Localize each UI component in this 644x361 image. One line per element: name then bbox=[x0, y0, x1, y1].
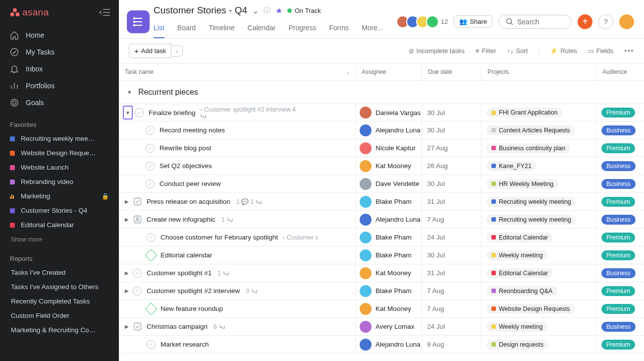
section-header[interactable]: ▼ Recurrent pieces bbox=[119, 81, 644, 104]
complete-toggle[interactable] bbox=[145, 249, 157, 261]
tab-forms[interactable]: Forms bbox=[329, 20, 349, 38]
audience-pill[interactable]: Business bbox=[601, 161, 636, 171]
fields-button[interactable]: ▭Fields bbox=[588, 47, 614, 55]
complete-toggle[interactable]: ✓ bbox=[147, 340, 156, 349]
task-row[interactable]: New feature roundupKat Mooney7 AugWebsit… bbox=[119, 300, 644, 318]
add-task-dropdown[interactable]: ⌄ bbox=[171, 45, 183, 57]
task-row[interactable]: ▶✓Customer spotlight #2 interview3 Blake… bbox=[119, 282, 644, 300]
audience-pill[interactable]: Premium bbox=[601, 304, 635, 314]
project-icon[interactable] bbox=[127, 10, 150, 33]
chevron-down-icon[interactable]: ⌄ bbox=[252, 6, 259, 15]
expand-toggle[interactable]: ▶ bbox=[123, 199, 131, 204]
expand-toggle[interactable]: ▶ bbox=[123, 324, 131, 329]
project-title[interactable]: Customer Stories - Q4 bbox=[154, 5, 247, 16]
favorite-item[interactable]: Rebranding video bbox=[0, 175, 119, 189]
audience-pill[interactable]: Premium bbox=[601, 340, 635, 350]
task-row[interactable]: ▼✓Finalize briefing‹ Customer spotlight … bbox=[119, 104, 644, 121]
task-row[interactable]: ✓Choose customer for February spotlight‹… bbox=[119, 229, 644, 246]
info-icon[interactable]: ⓘ bbox=[264, 6, 270, 15]
audience-pill[interactable]: Premium bbox=[601, 286, 635, 296]
nav-portfolios[interactable]: Portfolios bbox=[0, 77, 119, 94]
task-row[interactable]: ✓Conduct peer reviewDave Vendette30 JulH… bbox=[119, 175, 644, 193]
task-row[interactable]: Editorial calendarBlake Pham30 JulWeekly… bbox=[119, 246, 644, 264]
col-audience[interactable]: Audience bbox=[596, 63, 644, 80]
complete-toggle[interactable]: ✓ bbox=[135, 108, 144, 117]
col-assignee[interactable]: Assignee bbox=[356, 63, 422, 80]
col-due-date[interactable]: Due date bbox=[422, 63, 482, 80]
expand-toggle[interactable]: ▶ bbox=[123, 270, 131, 276]
nav-home[interactable]: Home bbox=[0, 27, 119, 44]
tab-board[interactable]: Board bbox=[177, 20, 196, 38]
tab-timeline[interactable]: Timeline bbox=[209, 20, 234, 38]
project-pill[interactable]: Website Design Requests bbox=[486, 304, 575, 314]
expand-toggle[interactable]: ▶ bbox=[123, 217, 131, 222]
parent-task[interactable]: ‹ Customer s bbox=[283, 234, 319, 241]
nav-inbox[interactable]: Inbox bbox=[0, 60, 119, 77]
complete-toggle[interactable]: ✓ bbox=[133, 269, 142, 278]
audience-pill[interactable]: Premium bbox=[601, 197, 635, 207]
audience-pill[interactable]: Premium bbox=[601, 233, 635, 242]
complete-toggle[interactable] bbox=[145, 302, 157, 315]
project-pill[interactable]: FHI Grant Application bbox=[486, 108, 563, 118]
audience-pill[interactable]: Business bbox=[601, 125, 636, 135]
project-pill[interactable]: Business continuity plan bbox=[486, 143, 570, 153]
collapse-sidebar-icon[interactable] bbox=[99, 8, 110, 16]
audience-pill[interactable]: Premium bbox=[601, 250, 635, 260]
project-pill[interactable]: Kane_FY21 bbox=[486, 161, 537, 171]
user-avatar[interactable] bbox=[619, 14, 634, 29]
complete-toggle[interactable]: ✓ bbox=[147, 233, 156, 242]
project-pill[interactable]: Content Articles Requests bbox=[486, 125, 575, 135]
expand-toggle[interactable]: ▶ bbox=[123, 288, 131, 294]
filter-button[interactable]: ≡Filter bbox=[476, 47, 496, 55]
star-icon[interactable]: ★ bbox=[275, 6, 282, 15]
project-pill[interactable]: Design requests bbox=[486, 340, 548, 350]
complete-toggle[interactable]: ✓ bbox=[133, 287, 142, 296]
audience-pill[interactable]: Business bbox=[601, 179, 636, 189]
project-status[interactable]: On Track bbox=[287, 7, 321, 14]
task-row[interactable]: ▶Christmas campaign6 Avery Lomax24 JulWe… bbox=[119, 318, 644, 336]
project-pill[interactable]: Editorial Calendar bbox=[486, 268, 553, 278]
col-projects[interactable]: Projects bbox=[482, 63, 596, 80]
tab-progress[interactable]: Progress bbox=[288, 20, 316, 38]
complete-toggle[interactable]: ✓ bbox=[146, 180, 155, 188]
task-row[interactable]: ▶✓Customer spotlight #11 Kat Mooney31 Ju… bbox=[119, 264, 644, 282]
favorite-item[interactable]: Customer Stories - Q4 bbox=[0, 203, 119, 218]
tab-list[interactable]: List bbox=[154, 20, 164, 38]
complete-toggle[interactable]: ✓ bbox=[146, 144, 155, 153]
audience-pill[interactable]: Business bbox=[601, 268, 636, 278]
project-pill[interactable]: Weekly meeting bbox=[486, 250, 548, 260]
rules-button[interactable]: ⚡Rules bbox=[550, 47, 577, 55]
expand-toggle[interactable]: ▼ bbox=[123, 106, 133, 120]
incomplete-filter[interactable]: ⊘Incomplete tasks bbox=[409, 47, 465, 55]
sort-button[interactable]: ↑↓Sort bbox=[507, 47, 528, 55]
audience-pill[interactable]: Business bbox=[601, 215, 636, 225]
report-item[interactable]: Recently Completed Tasks bbox=[0, 294, 119, 308]
report-item[interactable]: Tasks I've Created bbox=[0, 265, 119, 280]
project-pill[interactable]: Weekly meeting bbox=[486, 322, 548, 332]
task-row[interactable]: ▶Create new infographic1 Alejandro Luna7… bbox=[119, 211, 644, 229]
task-row[interactable]: ▶Press release on acquisition1 💬 1 Blake… bbox=[119, 193, 644, 211]
task-row[interactable]: ✓Rewrite blog postNicole Kaptur27 AugBus… bbox=[119, 139, 644, 157]
complete-toggle[interactable]: ✓ bbox=[146, 126, 155, 135]
task-row[interactable]: ✓Set Q2 objectivesKat Mooney26 AugKane_F… bbox=[119, 157, 644, 175]
complete-toggle[interactable]: ✓ bbox=[146, 162, 155, 171]
member-avatars[interactable]: 12 bbox=[396, 15, 448, 28]
nav-goals[interactable]: Goals bbox=[0, 94, 119, 111]
more-actions[interactable]: ••• bbox=[624, 47, 634, 55]
audience-pill[interactable]: Premium bbox=[601, 108, 635, 118]
audience-pill[interactable]: Business bbox=[601, 322, 636, 332]
audience-pill[interactable]: Premium bbox=[601, 143, 635, 153]
report-item[interactable]: Tasks I've Assigned to Others bbox=[0, 280, 119, 294]
project-pill[interactable]: Reonboarding Q&A bbox=[486, 286, 557, 296]
task-row[interactable]: ✓Record meeting notesAlejandro Luna30 Ju… bbox=[119, 121, 644, 139]
project-pill[interactable]: Recruiting weekly meeting bbox=[486, 197, 576, 207]
add-task-button[interactable]: +Add task bbox=[129, 44, 171, 58]
project-pill[interactable]: Recruiting weekly meeting bbox=[486, 215, 576, 225]
show-more[interactable]: Show more bbox=[0, 232, 119, 247]
parent-task[interactable]: ‹ Customer spotlight #2 interview 4 bbox=[200, 106, 295, 119]
share-button[interactable]: 👥 Share bbox=[454, 15, 492, 28]
favorite-item[interactable]: Website Design Reque… bbox=[0, 146, 119, 160]
favorite-item[interactable]: Marketing🔒 bbox=[0, 189, 119, 203]
col-task-name[interactable]: Task name⌄ bbox=[119, 63, 356, 80]
help-button[interactable]: ? bbox=[598, 14, 613, 29]
